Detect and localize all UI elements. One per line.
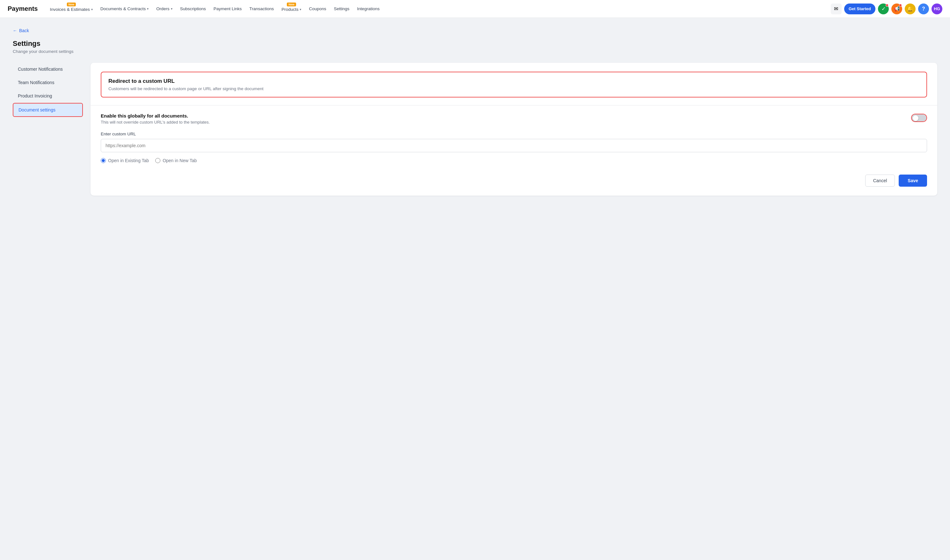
nav-invoices-label: Invoices & Estimates — [50, 7, 90, 12]
redirect-desc: Customers will be redirected to a custom… — [108, 86, 919, 91]
mail-icon: ✉ — [834, 6, 838, 12]
open-existing-tab-radio[interactable] — [101, 158, 106, 163]
nav-payment-links[interactable]: Payment Links — [210, 5, 245, 13]
open-existing-tab-option[interactable]: Open in Existing Tab — [101, 158, 149, 163]
notification-dot — [885, 4, 888, 7]
toggle-label: Enable this globally for all documents. — [101, 113, 210, 118]
nav-subscriptions[interactable]: Subscriptions — [177, 5, 209, 13]
nav-documents-label: Documents & Contracts — [100, 6, 146, 11]
action-row: Cancel Save — [101, 172, 927, 187]
open-new-tab-label: Open in New Tab — [163, 158, 197, 163]
content-area: Customer Notifications Team Notification… — [13, 63, 937, 195]
back-link-label: Back — [19, 28, 29, 33]
get-started-button[interactable]: Get Started — [844, 3, 875, 14]
avatar[interactable]: HG — [931, 3, 942, 14]
url-field-label: Enter custom URL — [101, 132, 927, 136]
nav-settings[interactable]: Settings — [331, 5, 353, 13]
sidebar-item-customer-notifications[interactable]: Customer Notifications — [13, 63, 83, 75]
mail-icon-wrapper[interactable]: ✉ — [831, 3, 842, 14]
settings-card: Redirect to a custom URL Customers will … — [91, 63, 937, 195]
nav-orders-label: Orders — [156, 6, 169, 11]
topbar-actions: ✉ Get Started ✓ 📢 🔔 ? HG — [831, 3, 942, 14]
sidebar-item-product-invoicing[interactable]: Product Invoicing — [13, 89, 83, 102]
toggle-sublabel: This will not override custom URL's adde… — [101, 120, 210, 125]
back-link[interactable]: ← Back — [13, 28, 29, 33]
chevron-down-icon: ▾ — [147, 7, 148, 11]
brand-logo: Payments — [8, 5, 38, 12]
redirect-title: Redirect to a custom URL — [108, 78, 919, 85]
tab-options: Open in Existing Tab Open in New Tab — [101, 158, 927, 163]
nav-integrations[interactable]: Integrations — [354, 5, 383, 13]
sidebar-item-team-notifications[interactable]: Team Notifications — [13, 76, 83, 89]
toggle-text: Enable this globally for all documents. … — [101, 113, 210, 125]
settings-sidebar: Customer Notifications Team Notification… — [13, 63, 83, 195]
nav-products-label: Products — [282, 7, 298, 12]
chevron-down-icon: ▾ — [300, 8, 301, 11]
nav-transactions-label: Transactions — [249, 6, 274, 11]
invoices-new-badge: New — [66, 3, 76, 6]
nav-coupons[interactable]: Coupons — [306, 5, 329, 13]
check-circle-icon[interactable]: ✓ — [878, 3, 889, 14]
open-existing-tab-label: Open in Existing Tab — [108, 158, 149, 163]
bell-icon[interactable]: 🔔 — [905, 3, 916, 14]
cancel-button[interactable]: Cancel — [865, 175, 895, 187]
toggle-row: Enable this globally for all documents. … — [101, 113, 927, 125]
chevron-down-icon: ▾ — [91, 8, 93, 11]
redirect-header: Redirect to a custom URL Customers will … — [101, 72, 927, 97]
nav-settings-label: Settings — [334, 6, 349, 11]
global-toggle[interactable] — [911, 114, 927, 122]
nav-payment-links-label: Payment Links — [214, 6, 242, 11]
arrow-left-icon: ← — [13, 28, 17, 33]
nav-invoices-estimates[interactable]: New Invoices & Estimates ▾ — [47, 4, 96, 14]
nav-documents-contracts[interactable]: Documents & Contracts ▾ — [97, 5, 152, 13]
open-new-tab-radio[interactable] — [155, 158, 160, 163]
nav-orders[interactable]: Orders ▾ — [153, 5, 175, 13]
sidebar-item-document-settings[interactable]: Document settings — [13, 103, 83, 117]
notification-dot — [899, 4, 902, 7]
nav-coupons-label: Coupons — [309, 6, 326, 11]
products-new-badge: New — [287, 3, 296, 6]
topbar: Payments New Invoices & Estimates ▾ Docu… — [0, 0, 950, 18]
main-nav: New Invoices & Estimates ▾ Documents & C… — [47, 4, 831, 14]
open-new-tab-option[interactable]: Open in New Tab — [155, 158, 197, 163]
custom-url-input[interactable] — [101, 139, 927, 152]
nav-products[interactable]: New Products ▾ — [278, 4, 304, 14]
page-title: Settings — [13, 40, 937, 48]
main-content: ← Back Settings Change your document set… — [0, 18, 950, 206]
nav-integrations-label: Integrations — [357, 6, 380, 11]
megaphone-icon[interactable]: 📢 — [891, 3, 902, 14]
nav-subscriptions-label: Subscriptions — [180, 6, 206, 11]
chevron-down-icon: ▾ — [171, 7, 173, 11]
toggle-thumb — [913, 115, 918, 121]
nav-transactions[interactable]: Transactions — [246, 5, 277, 13]
page-subtitle: Change your document settings — [13, 49, 937, 54]
save-button[interactable]: Save — [899, 175, 927, 187]
help-icon[interactable]: ? — [918, 3, 929, 14]
